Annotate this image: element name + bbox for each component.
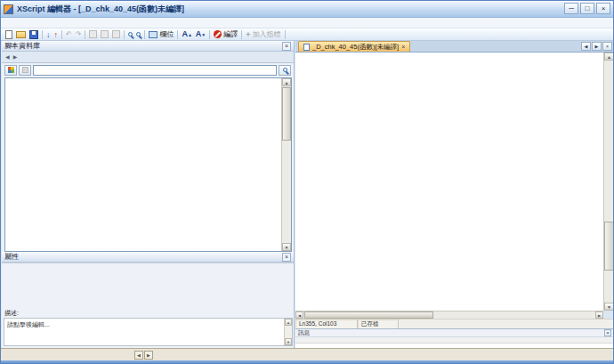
script-library-header: 腳本資料庫 × (2, 41, 294, 52)
add-indicator-button[interactable]: +加入指標 (244, 29, 282, 40)
editor-status-bar: Ln355, Col103 已存檔 (295, 319, 614, 328)
document-tab[interactable]: _D_chk_40_45(函數)[未編譯] × (298, 41, 410, 52)
script-file-icon (303, 44, 310, 51)
tab-scroll-left-icon[interactable]: ◀ (4, 53, 12, 62)
minimize-button[interactable]: ─ (564, 3, 578, 14)
properties-header: 屬性 × (2, 252, 294, 263)
toolbar: ↓ ↑ ↶ ↷ 欄位 A▲ A▼ 編譯 +加入指標 (1, 28, 613, 41)
window-controls: ─ □ × (564, 3, 610, 14)
upload-arrow-icon: ↑ (54, 30, 59, 39)
open-folder-icon (16, 31, 26, 38)
close-properties-icon[interactable]: × (282, 253, 291, 262)
description-text: 請點擊後編輯... (7, 321, 50, 328)
message-panel-header: 訊息 × (295, 329, 614, 337)
copy-icon (101, 30, 109, 38)
font-increase-icon: A▲ (182, 29, 191, 39)
editor-vertical-scrollbar[interactable]: ▲ ▼ (603, 53, 614, 311)
script-tree: ▲ ▼ (4, 77, 292, 252)
tree-scroll-thumb[interactable] (282, 87, 291, 141)
title-bar[interactable]: XScript 編輯器 - [_D_chk_40_45(函數)未編譯] ─ □ … (1, 1, 613, 18)
cursor-position: Ln355, Col103 (295, 320, 358, 328)
cut-button[interactable] (87, 29, 99, 40)
close-panel-icon[interactable]: × (282, 42, 291, 51)
tree-scrollbar[interactable]: ▲ ▼ (281, 78, 291, 251)
find-next-button[interactable] (134, 29, 142, 40)
new-file-button[interactable] (4, 29, 14, 40)
compile-button[interactable]: 編譯 (212, 29, 239, 40)
export-button[interactable]: ↑ (53, 29, 61, 40)
tabs-scroll-right-icon[interactable]: ▶ (592, 42, 602, 51)
blank-icon (22, 67, 28, 73)
description-box[interactable]: 請點擊後編輯... ▲ ▼ (4, 318, 293, 346)
close-document-icon[interactable]: × (602, 42, 612, 51)
saved-status: 已存檔 (358, 320, 399, 328)
tab-scroll-right-icon[interactable]: ▶ (12, 53, 20, 62)
field-icon (149, 31, 158, 38)
find-button[interactable] (126, 29, 134, 40)
document-tab-bar: _D_chk_40_45(函數)[未編譯] × ◀ ▶ × (295, 41, 614, 53)
maximize-button[interactable]: □ (580, 3, 594, 14)
tab-bar-controls: ◀ ▶ × (581, 42, 614, 52)
bottom-tab-bar: ◀ ▶ (1, 348, 613, 360)
message-panel: 訊息 × (295, 328, 614, 348)
scroll-up-icon[interactable]: ▲ (285, 319, 292, 326)
scroll-right-icon[interactable]: ▶ (595, 311, 603, 319)
editor-scroll-thumb[interactable] (604, 222, 614, 271)
cut-icon (89, 30, 97, 38)
scroll-up-icon[interactable]: ▲ (282, 78, 291, 86)
font-smaller-button[interactable]: A▼ (194, 29, 207, 40)
download-arrow-icon: ↓ (46, 30, 51, 39)
font-larger-button[interactable]: A▲ (180, 29, 193, 40)
field-label: 欄位 (159, 29, 174, 39)
grid-icon (8, 67, 14, 73)
new-file-icon (5, 30, 12, 39)
compile-label: 編譯 (223, 29, 238, 39)
search-button[interactable] (279, 65, 291, 76)
scroll-up-icon[interactable]: ▲ (604, 53, 614, 61)
open-file-button[interactable] (14, 29, 28, 40)
library-tool-button-2[interactable] (19, 65, 31, 76)
search-icon (128, 32, 133, 36)
bottom-tabs-scroll-left-icon[interactable]: ◀ (134, 351, 143, 360)
library-tab-strip: ◀ ▶ (2, 52, 294, 63)
tabs-scroll-left-icon[interactable]: ◀ (581, 42, 591, 51)
field-button[interactable]: 欄位 (147, 29, 175, 40)
redo-button[interactable]: ↷ (74, 29, 84, 40)
import-button[interactable]: ↓ (44, 29, 53, 40)
add-indicator-label: 加入指標 (253, 29, 281, 39)
editor-horizontal-scrollbar[interactable]: ◀ ▶ (295, 311, 603, 319)
save-button[interactable] (28, 29, 40, 40)
scroll-left-icon[interactable]: ◀ (295, 311, 303, 319)
scroll-down-icon[interactable]: ▼ (282, 243, 291, 251)
plus-icon: + (246, 30, 250, 39)
close-tab-icon[interactable]: × (401, 44, 405, 50)
copy-button[interactable] (99, 29, 110, 40)
scroll-down-icon[interactable]: ▼ (285, 338, 292, 345)
undo-button[interactable]: ↶ (64, 29, 74, 40)
message-table-header (295, 337, 614, 344)
paste-button[interactable] (110, 29, 122, 40)
window-bottom-frame (1, 360, 613, 364)
paste-icon (112, 30, 120, 38)
close-messages-icon[interactable]: × (604, 329, 611, 336)
tree-list (5, 78, 281, 251)
editor-hscroll-thumb[interactable] (304, 311, 433, 319)
search-input[interactable] (33, 65, 277, 76)
description-scrollbar[interactable]: ▲ ▼ (284, 319, 292, 345)
properties-title: 屬性 (4, 252, 19, 262)
message-panel-title: 訊息 (298, 329, 310, 337)
app-icon (4, 4, 13, 14)
close-button[interactable]: × (596, 3, 610, 14)
undo-icon: ↶ (66, 30, 72, 38)
library-search-row (2, 63, 294, 77)
code-editor[interactable] (295, 53, 603, 311)
script-library-title: 腳本資料庫 (4, 41, 40, 51)
properties-table (2, 263, 294, 263)
description-label: 描述: (2, 309, 294, 318)
document-tab-label: _D_chk_40_45(函數)[未編譯] (312, 43, 399, 52)
scroll-down-icon[interactable]: ▼ (604, 303, 614, 311)
compile-icon (214, 30, 222, 38)
redo-icon: ↷ (76, 30, 82, 38)
library-tool-button[interactable] (4, 65, 17, 76)
bottom-tabs-scroll-right-icon[interactable]: ▶ (144, 351, 153, 360)
